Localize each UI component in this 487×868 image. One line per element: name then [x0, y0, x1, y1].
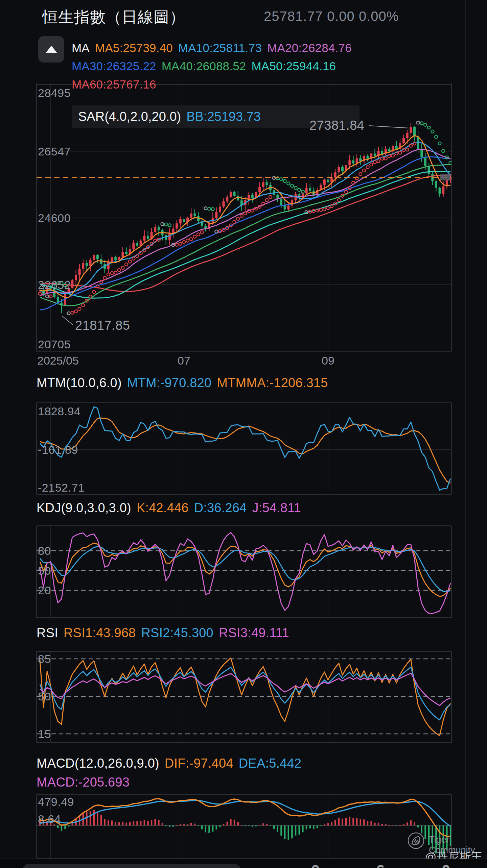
- legend-item: MA: [72, 41, 90, 54]
- y-axis-tick: 22652: [38, 278, 71, 292]
- legend-item: MACD(12.0,26.0,9.0): [37, 756, 159, 770]
- y-axis-tick: 24600: [38, 212, 71, 225]
- rsi-legend: RSIRSI1:43.968RSI2:45.300RSI3:49.111: [37, 626, 295, 640]
- sar-label: SAR(4.0,2.0,20.0): [78, 109, 181, 124]
- legend-item: K:42.446: [137, 501, 189, 515]
- legend-item: MACD:-205.693: [37, 775, 130, 789]
- kdj-axis-tick: 50: [38, 564, 51, 577]
- collapse-indicator-button[interactable]: [38, 36, 64, 63]
- price-quote: 25781.77 0.00 0.00%: [264, 9, 399, 24]
- legend-item: MA50:25944.16: [252, 59, 336, 73]
- legend-item: DEA:5.442: [239, 756, 302, 770]
- macd-legend-line1: MACD(12.0,26.0,9.0)DIF:-97.404DEA:5.442: [37, 756, 307, 771]
- mtm-axis-tick: -161.89: [38, 443, 78, 456]
- legend-item: RSI2:45.300: [141, 626, 213, 640]
- kdj-axis-tick: 80: [38, 544, 51, 557]
- legend-item: MTMMA:-1206.315: [217, 376, 328, 390]
- ma-legend-row-3: MA60:25767.16: [72, 78, 162, 91]
- mtm-legend: MTM(10.0,6.0)MTM:-970.820MTMMA:-1206.315: [37, 376, 333, 390]
- legend-item: RSI3:49.111: [219, 626, 289, 640]
- macd-legend-line2: MACD:-205.693: [37, 775, 135, 790]
- legend-item: MA30:26325.22: [72, 59, 156, 73]
- rsi-axis-tick: 15: [38, 727, 51, 741]
- y-axis-tick: 28495: [38, 86, 71, 100]
- legend-item: RSI: [37, 626, 58, 640]
- legend-item: DIF:-97.404: [165, 756, 233, 770]
- chart-canvas[interactable]: [0, 0, 487, 868]
- x-axis-tick: 09: [315, 354, 342, 367]
- legend-item: J:54.811: [252, 501, 301, 515]
- triangle-up-icon: [46, 46, 57, 53]
- mtm-axis-tick: -2152.71: [38, 481, 85, 494]
- macd-axis-tick: 479.49: [38, 795, 74, 809]
- rsi-axis-tick: 85: [38, 652, 51, 666]
- legend-item: MA20:26284.76: [267, 41, 352, 54]
- tiger-logo-icon: [407, 832, 425, 851]
- chart-screen: 恒生指數（日線圖） 25781.77 0.00 0.00% MAMA5:2573…: [0, 0, 487, 868]
- macd-axis-tick: 8.64: [38, 813, 61, 826]
- bb-label: BB:25193.73: [186, 109, 261, 124]
- y-axis-tick: 26547: [38, 145, 71, 158]
- bottom-count: 0: [311, 861, 320, 868]
- legend-item: MA5:25739.40: [95, 41, 173, 54]
- kdj-axis-tick: 20: [38, 584, 51, 597]
- ma-legend-row-1: MAMA5:25739.40MA10:25811.73MA20:26284.76: [72, 41, 357, 55]
- ma-legend-row-2: MA30:26325.22MA40:26088.52MA50:25944.16: [72, 59, 341, 73]
- page-title: 恒生指數（日線圖）: [42, 7, 185, 28]
- annotation-high: 27381.84: [309, 118, 365, 133]
- bottom-count: 6: [376, 861, 385, 868]
- annotation-low: 21817.85: [75, 318, 130, 333]
- legend-item: MA60:25767.16: [72, 78, 156, 91]
- legend-item: KDJ(9.0,3.0,3.0): [37, 501, 131, 515]
- rsi-axis-tick: 50: [38, 690, 51, 703]
- legend-item: MA10:25811.73: [178, 41, 262, 54]
- legend-item: D:36.264: [194, 501, 247, 515]
- legend-item: MTM(10.0,6.0): [37, 376, 122, 390]
- legend-item: MTM:-970.820: [127, 376, 212, 390]
- legend-item: RSI1:43.968: [64, 626, 136, 640]
- y-axis-tick: 20705: [38, 338, 71, 351]
- mtm-axis-tick: 1828.94: [38, 405, 80, 418]
- x-axis-tick: 07: [170, 354, 198, 367]
- kdj-legend: KDJ(9.0,3.0,3.0)K:42.446D:36.264J:54.811: [37, 501, 306, 515]
- x-axis-tick: 2025/05: [37, 354, 79, 367]
- bottom-pill-button[interactable]: [23, 864, 241, 868]
- legend-item: MA40:26088.52: [162, 59, 246, 73]
- bottom-count: 0: [442, 861, 450, 868]
